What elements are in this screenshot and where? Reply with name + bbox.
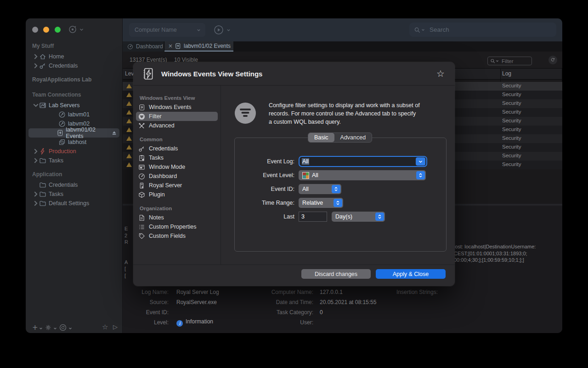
sidebar-item-home[interactable]: Home (26, 52, 122, 61)
close-tab-icon[interactable]: × (168, 43, 173, 49)
field-label: Event Log: (235, 158, 294, 165)
server-folder-icon (39, 102, 46, 109)
nav-item-notes[interactable]: Notes (136, 213, 218, 222)
sidebar: My Stuff Home Credentials RoyalApplicati… (26, 18, 123, 333)
refresh-icon[interactable] (548, 56, 557, 64)
chevron-down-icon[interactable] (39, 327, 43, 330)
search-input[interactable] (429, 26, 541, 34)
sidebar-item-labhost[interactable]: labhost (26, 138, 122, 147)
detail-value: 20.05.2021 at 08:15:55 (320, 299, 376, 305)
sync-icon[interactable] (59, 324, 67, 331)
stepper-icon (332, 185, 340, 193)
sidebar-item-production[interactable]: Production (26, 147, 122, 156)
nav-item-dashboard[interactable]: Dashboard (136, 172, 218, 181)
note-icon (138, 214, 145, 221)
detail-label: Insertion Strings: (362, 289, 438, 295)
folder-icon (39, 157, 46, 164)
sidebar-item-events[interactable]: labvm01/02 Events (26, 128, 122, 138)
nav-item-advanced[interactable]: Advanced (136, 121, 218, 130)
sidebar-item-credentials[interactable]: Credentials (26, 61, 122, 70)
sidebar-item-tasks[interactable]: Tasks (26, 156, 122, 165)
event-level-select[interactable]: All (299, 170, 426, 180)
column-log[interactable]: Log (502, 70, 511, 77)
play-icon[interactable]: ▷ (113, 323, 118, 330)
sidebar-item-lab-servers[interactable]: Lab Servers (26, 101, 122, 110)
chevron-right-icon[interactable] (33, 53, 39, 60)
add-button[interactable]: + (32, 323, 38, 332)
time-range-select[interactable]: Relative (299, 198, 343, 208)
log-cell: Security (502, 118, 521, 123)
nav-item-royal-server[interactable]: Royal Server (136, 181, 218, 190)
column-level[interactable]: Level (125, 70, 133, 77)
nav-item-label: Plugin (149, 191, 165, 198)
nav-item-credentials[interactable]: Credentials (136, 144, 218, 153)
nav-item-filter[interactable]: Filter (136, 112, 218, 121)
sidebar-item-app-tasks[interactable]: Tasks (26, 190, 122, 199)
chevron-right-icon[interactable] (33, 191, 39, 197)
log-cell: Security (502, 100, 521, 106)
nav-item-window-mode[interactable]: Window Mode (136, 162, 218, 172)
event-id-select[interactable]: All (299, 184, 341, 194)
tab-advanced[interactable]: Advanced (334, 133, 372, 142)
tab-events-active[interactable]: × labvm01/02 Events (164, 41, 233, 52)
filter-input[interactable] (501, 58, 530, 64)
chevron-down-icon[interactable] (53, 327, 57, 330)
nav-item-custom-properties[interactable]: Custom Properties (136, 222, 218, 231)
minimize-window-button[interactable] (43, 27, 49, 33)
field-label: Last (235, 213, 294, 220)
gear-icon[interactable] (45, 324, 51, 331)
warning-icon (126, 84, 132, 88)
filter-field[interactable] (487, 57, 532, 65)
tab-bar: Dashboard × labvm01/02 Events (123, 41, 562, 52)
field-label: Event ID: (235, 186, 294, 192)
chevron-down-icon[interactable] (79, 28, 84, 32)
section-application: Application (32, 171, 62, 178)
sidebar-item-app-credentials[interactable]: Credentials (26, 180, 122, 190)
nav-item-custom-fields[interactable]: Custom Fields (136, 231, 218, 241)
chevron-right-icon[interactable] (33, 200, 39, 207)
favorite-star-icon[interactable]: ☆ (436, 68, 445, 79)
sidebar-item-default-settings[interactable]: Default Settings (26, 199, 122, 208)
nav-item-label: Custom Fields (149, 233, 186, 239)
log-cell: Security (502, 126, 521, 132)
chevron-down-icon[interactable] (68, 327, 72, 330)
time-unit-select[interactable]: Day(s) (332, 212, 385, 222)
log-cell: Security (502, 144, 521, 150)
star-icon[interactable]: ☆ (102, 323, 108, 331)
nav-item-windows-events[interactable]: Windows Events (136, 103, 218, 112)
dialog-content: Configure filter settings to display and… (220, 85, 455, 264)
sidebar-item-label: Home (49, 53, 64, 60)
nav-item-plugin[interactable]: Plugin (136, 190, 218, 199)
chevron-down-icon[interactable] (496, 59, 499, 63)
sidebar-item-labvm01[interactable]: labvm01 (26, 110, 122, 119)
chevron-right-icon[interactable] (33, 157, 39, 164)
discard-changes-button[interactable]: Discard changes (301, 269, 371, 279)
settings-dialog: Windows Events View Settings ☆ Windows E… (133, 62, 455, 286)
sidebar-item-label: Production (49, 148, 76, 155)
zoom-window-button[interactable] (55, 27, 61, 33)
nav-item-tasks[interactable]: Tasks (136, 153, 218, 162)
event-log-combobox[interactable]: All (299, 156, 427, 167)
nav-item-label: Credentials (149, 145, 178, 152)
chevron-down-icon[interactable] (226, 28, 231, 32)
chevron-right-icon[interactable] (33, 63, 39, 69)
computer-name-select[interactable]: Computer Name (129, 23, 205, 37)
tab-basic[interactable]: Basic (308, 133, 334, 142)
combobox-dropdown-button[interactable] (416, 157, 425, 166)
execute-play-button[interactable] (214, 25, 224, 35)
detail-value: 0 (320, 309, 323, 316)
last-value-input[interactable] (299, 212, 327, 222)
close-window-button[interactable] (32, 27, 38, 33)
eject-icon[interactable] (112, 130, 117, 136)
log-cell: Security (502, 135, 521, 141)
event-level-icon (302, 172, 309, 179)
tab-dashboard[interactable]: Dashboard (123, 41, 164, 52)
chevron-down-icon[interactable] (421, 28, 425, 32)
chevron-down-icon[interactable] (33, 102, 39, 109)
nav-item-label: Notes (149, 214, 164, 221)
search-field[interactable] (409, 23, 556, 37)
chevron-right-icon[interactable] (33, 148, 39, 155)
connect-target-icon[interactable] (68, 25, 77, 34)
combobox-value: All (302, 158, 309, 165)
apply-close-button[interactable]: Apply & Close (376, 269, 446, 279)
